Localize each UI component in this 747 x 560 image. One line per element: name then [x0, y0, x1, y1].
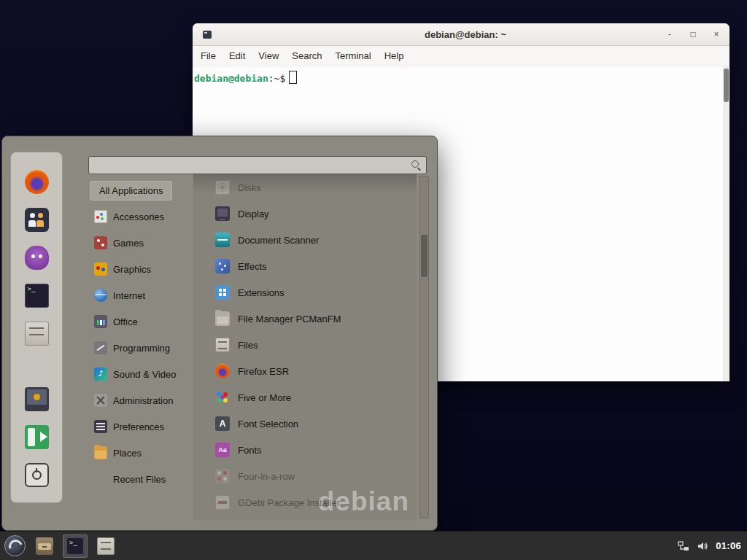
application-item[interactable]: Firefox ESR: [193, 358, 417, 384]
application-item[interactable]: Five or More: [193, 384, 417, 411]
logout-icon: [25, 425, 49, 449]
application-label: Extensions: [238, 287, 285, 298]
terminal-scrollbar-thumb[interactable]: [724, 69, 729, 102]
four-in-a-row-icon: [215, 469, 230, 483]
clock[interactable]: 01:06: [716, 540, 741, 551]
menubar-item[interactable]: File: [194, 46, 222, 66]
file-manager-launcher[interactable]: [32, 534, 57, 558]
session-buttons: [11, 386, 62, 488]
menubar-item[interactable]: Edit: [222, 46, 252, 66]
category-item[interactable]: Games: [88, 230, 193, 256]
network-icon[interactable]: [678, 540, 689, 552]
minimize-button[interactable]: -: [664, 30, 676, 39]
shutdown-icon: [25, 463, 49, 487]
category-item[interactable]: Administration: [88, 387, 193, 413]
category-item[interactable]: Office: [88, 308, 193, 335]
window-controls: - □ ×: [664, 23, 722, 45]
application-label: Fonts: [238, 445, 262, 456]
category-item[interactable]: Preferences: [88, 413, 193, 440]
menu-button[interactable]: [0, 532, 29, 560]
category-item[interactable]: Places: [88, 440, 193, 466]
magnifier-icon: [411, 160, 422, 171]
file-cabinet-icon: [97, 537, 115, 555]
disks-icon: [215, 180, 230, 195]
favorites-list: [11, 168, 62, 346]
internet-icon: [94, 289, 107, 302]
terminal-title: debian@debian: ~: [201, 29, 729, 40]
terminal-icon: [66, 537, 84, 555]
preferences-icon: [94, 420, 107, 433]
category-label: Accessories: [113, 211, 164, 222]
maximize-button[interactable]: □: [687, 30, 699, 39]
menubar-item[interactable]: Help: [378, 46, 411, 66]
games-icon: [94, 236, 107, 249]
menubar-item[interactable]: Terminal: [329, 46, 378, 66]
application-label: Font Selection: [238, 419, 298, 429]
search-input[interactable]: [88, 156, 427, 174]
application-list-scrollbar[interactable]: [419, 176, 429, 518]
drawer-icon: [36, 537, 53, 555]
category-item[interactable]: Sound & Video: [88, 361, 193, 387]
favorite-terminal[interactable]: [23, 282, 50, 308]
prompt-suffix: :~$: [268, 73, 285, 84]
category-label: All Applications: [99, 185, 163, 196]
terminal-scrollbar[interactable]: [723, 66, 729, 381]
close-button[interactable]: ×: [711, 30, 722, 39]
application-item[interactable]: Font Selection: [193, 411, 417, 437]
favorite-files[interactable]: [23, 320, 50, 346]
favorite-purple-app[interactable]: [23, 244, 50, 271]
terminal-cursor: [289, 71, 297, 84]
menubar-item[interactable]: View: [252, 46, 285, 66]
fonts-icon: [215, 443, 230, 457]
category-item[interactable]: Accessories: [88, 203, 193, 230]
application-list-scrollbar-thumb[interactable]: [421, 235, 427, 277]
application-item[interactable]: File Manager PCManFM: [193, 306, 417, 332]
file-cabinet-icon: [25, 322, 49, 346]
category-list: All Applications Accessories Games Graph…: [88, 177, 193, 492]
bottom-panel: 01:06: [0, 531, 747, 560]
terminal-titlebar[interactable]: debian@debian: ~ - □ ×: [193, 23, 729, 46]
distro-swirl-icon: [4, 535, 26, 556]
terminal-icon: [25, 284, 49, 308]
shut-down-button[interactable]: [23, 462, 50, 488]
category-item[interactable]: Graphics: [88, 256, 193, 282]
application-item[interactable]: Effects: [193, 253, 417, 279]
extensions-icon: [215, 285, 230, 300]
terminal-launcher[interactable]: [63, 534, 88, 558]
display-icon: [215, 206, 230, 221]
category-item[interactable]: Recent Files: [88, 466, 193, 492]
files-launcher[interactable]: [93, 534, 118, 558]
application-menu: debian All Applications Accessories Game…: [1, 136, 438, 531]
favorite-firefox[interactable]: [23, 168, 50, 195]
log-out-button[interactable]: [23, 424, 50, 450]
firefox-icon: [215, 364, 230, 378]
category-item[interactable]: Programming: [88, 335, 193, 361]
application-item[interactable]: Fonts: [193, 437, 417, 463]
application-label: Document Scanner: [238, 235, 319, 246]
lock-screen-button[interactable]: [23, 386, 50, 412]
category-item[interactable]: Internet: [88, 282, 193, 308]
application-item[interactable]: Extensions: [193, 279, 417, 306]
gdebi-icon: [215, 495, 230, 510]
application-label: Five or More: [238, 392, 291, 403]
files-icon: [215, 338, 230, 352]
application-item[interactable]: Disks: [193, 174, 417, 201]
search-bar: [88, 156, 427, 174]
volume-icon[interactable]: [697, 540, 708, 552]
application-item[interactable]: GDebi Package Installer: [193, 489, 417, 516]
application-item[interactable]: Document Scanner: [193, 227, 417, 253]
places-icon: [94, 446, 107, 459]
menubar-item[interactable]: Search: [285, 46, 328, 66]
favorite-users-app[interactable]: [23, 206, 50, 233]
application-label: Display: [238, 209, 269, 219]
lock-screen-icon: [25, 387, 49, 411]
five-or-more-icon: [215, 390, 230, 405]
application-label: Disks: [238, 182, 261, 193]
category-item[interactable]: All Applications: [90, 181, 172, 201]
users-app-icon: [25, 208, 49, 232]
firefox-icon: [25, 170, 49, 194]
application-item[interactable]: Display: [193, 201, 417, 227]
application-item[interactable]: Four-in-a-row: [193, 463, 417, 489]
application-item[interactable]: Files: [193, 332, 417, 358]
effects-icon: [215, 259, 230, 273]
